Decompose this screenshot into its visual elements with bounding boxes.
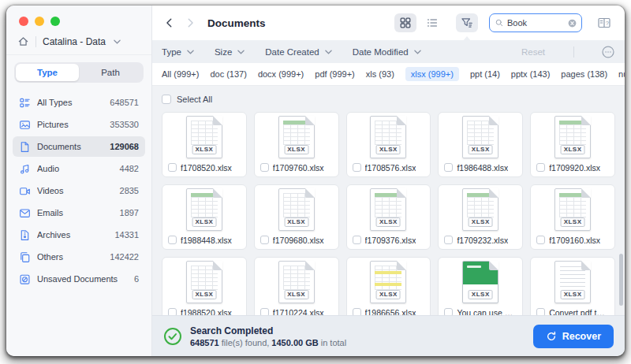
spreadsheet-table-icon: XLSX: [554, 188, 591, 231]
help-book-button[interactable]: ?: [593, 13, 615, 32]
spreadsheet-table-icon: XLSX: [370, 188, 406, 231]
file-checkbox[interactable]: [444, 308, 453, 315]
file-card[interactable]: XLSXConvert pdf to jpg....: [530, 257, 615, 315]
file-card[interactable]: XLSXf1709232.xlsx: [438, 184, 523, 250]
file-type-tag[interactable]: pages (138): [561, 69, 607, 79]
sidebar-item-videos[interactable]: Videos2835: [13, 180, 145, 201]
file-name: f1709680.xlsx: [273, 236, 324, 245]
file-checkbox[interactable]: [444, 163, 453, 172]
tab-type[interactable]: Type: [16, 64, 79, 81]
file-name: f1709232.xlsx: [457, 236, 508, 245]
close-button[interactable]: [19, 17, 28, 26]
file-name: f1986656.xlsx: [365, 308, 416, 316]
file-card[interactable]: XLSXf1709376.xlsx: [346, 184, 431, 250]
sidebar-item-emails[interactable]: Emails1897: [13, 202, 145, 223]
file-type-tag[interactable]: xls (93): [366, 69, 394, 79]
clear-search-icon[interactable]: [567, 18, 577, 28]
zoom-button[interactable]: [50, 17, 60, 26]
file-card[interactable]: XLSXf1986656.xlsx: [346, 257, 431, 315]
sidebar-item-others[interactable]: Others142422: [13, 247, 145, 267]
file-card[interactable]: XLSXf1709760.xlsx: [254, 112, 339, 177]
file-checkbox[interactable]: [353, 236, 361, 244]
file-grid-area: Select All XLSXf1708520.xlsxXLSXf1709760…: [152, 86, 625, 315]
grid-view-button[interactable]: [394, 13, 416, 32]
all-types-icon: [19, 97, 31, 109]
file-checkbox[interactable]: [260, 163, 269, 172]
filter-button[interactable]: [456, 13, 478, 32]
sidebar-item-archives[interactable]: Archives14331: [13, 225, 145, 245]
file-type-tag[interactable]: docx (999+): [258, 69, 304, 79]
filter-dropdown-date-modified[interactable]: Date Modified: [353, 47, 421, 57]
file-type-tag[interactable]: pdf (999+): [315, 69, 354, 79]
file-checkbox[interactable]: [168, 236, 177, 244]
sidebar-item-documents[interactable]: Documents129068: [13, 136, 145, 157]
file-card[interactable]: XLSXf1709680.xlsx: [254, 184, 339, 250]
filter-dropdown-type[interactable]: Type: [162, 47, 194, 57]
file-type-tag-bar: All (999+)doc (137)docx (999+)pdf (999+)…: [152, 63, 625, 86]
file-card[interactable]: XLSXf1986488.xlsx: [438, 112, 523, 177]
select-all-row: Select All: [162, 91, 615, 107]
file-checkbox[interactable]: [353, 163, 361, 172]
file-type-tag[interactable]: ppt (14): [470, 69, 500, 79]
file-card[interactable]: XLSXf1708520.xlsx: [162, 112, 247, 177]
file-type-badge: XLSX: [284, 217, 308, 227]
recover-button[interactable]: Recover: [533, 325, 614, 348]
file-type-tag[interactable]: xlsx (999+): [405, 67, 459, 81]
sidebar-item-audio[interactable]: Audio4482: [13, 158, 145, 179]
sidebar-item-count: 1897: [120, 208, 139, 217]
file-checkbox[interactable]: [536, 308, 545, 315]
minimize-button[interactable]: [35, 17, 44, 26]
file-checkbox[interactable]: [536, 236, 545, 244]
file-checkbox[interactable]: [536, 163, 545, 172]
sidebar-item-count: 2835: [120, 186, 139, 195]
file-checkbox[interactable]: [168, 163, 177, 172]
ellipsis-circle-icon[interactable]: [601, 45, 615, 59]
filter-bar: TypeSizeDate CreatedDate Modified Reset: [152, 40, 625, 63]
file-checkbox[interactable]: [260, 308, 269, 315]
spreadsheet-plain-icon: XLSX: [255, 258, 338, 303]
spreadsheet-table-icon: XLSX: [439, 185, 522, 231]
file-type-badge: XLSX: [284, 145, 308, 154]
home-icon[interactable]: [17, 35, 29, 47]
status-title: Search Completed: [190, 325, 525, 336]
filter-dropdown-date-created[interactable]: Date Created: [265, 47, 331, 57]
spreadsheet-plain-icon: XLSX: [462, 116, 498, 158]
spreadsheet-plain-icon: XLSX: [278, 188, 315, 231]
file-name: f1710224.xlsx: [273, 308, 324, 316]
file-card[interactable]: XLSXf1988448.xlsx: [162, 184, 247, 250]
file-checkbox[interactable]: [260, 236, 269, 244]
tab-path[interactable]: Path: [79, 64, 142, 81]
file-type-tag[interactable]: pptx (143): [511, 69, 551, 79]
sidebar-item-label: Others: [37, 252, 103, 262]
spreadsheet-table-icon: XLSX: [255, 113, 338, 158]
file-checkbox[interactable]: [353, 308, 361, 315]
file-type-tag[interactable]: doc (137): [210, 69, 246, 79]
file-type-tag[interactable]: All (999+): [162, 69, 199, 79]
filter-dropdown-size[interactable]: Size: [215, 47, 245, 57]
file-card[interactable]: XLSXf1710224.xlsx: [254, 257, 339, 315]
device-selector[interactable]: Catalina - Data: [6, 32, 151, 55]
sidebar-item-label: All Types: [37, 98, 103, 107]
file-name: Convert pdf to jpg....: [549, 308, 609, 316]
file-card[interactable]: XLSXf1988520.xlsx: [162, 257, 247, 315]
search-input[interactable]: [507, 18, 564, 28]
back-button[interactable]: [162, 15, 177, 31]
reset-button[interactable]: Reset: [513, 46, 553, 58]
sidebar-item-unsaved-documents[interactable]: Unsaved Documents6: [13, 269, 145, 289]
scrollbar-thumb[interactable]: [619, 254, 623, 306]
file-checkbox[interactable]: [444, 236, 453, 244]
file-checkbox[interactable]: [168, 308, 177, 315]
type-path-segmented-control: TypePath: [14, 62, 144, 83]
sidebar-item-all-types[interactable]: All Types648571: [13, 92, 145, 113]
file-card[interactable]: XLSXf1709160.xlsx: [530, 184, 615, 250]
file-type-badge: XLSX: [376, 145, 401, 154]
select-all-checkbox[interactable]: [162, 95, 171, 104]
found-count: 648571: [190, 338, 219, 347]
file-card[interactable]: XLSXYou can use WPS ...: [438, 257, 523, 315]
sidebar-item-pictures[interactable]: Pictures353530: [13, 114, 145, 135]
file-type-tag[interactable]: numbers (31): [618, 69, 625, 79]
file-card[interactable]: XLSXf1708576.xlsx: [346, 112, 431, 177]
list-view-button[interactable]: [421, 13, 443, 32]
forward-button[interactable]: [182, 15, 198, 31]
file-card[interactable]: XLSXf1709920.xlsx: [530, 112, 615, 177]
